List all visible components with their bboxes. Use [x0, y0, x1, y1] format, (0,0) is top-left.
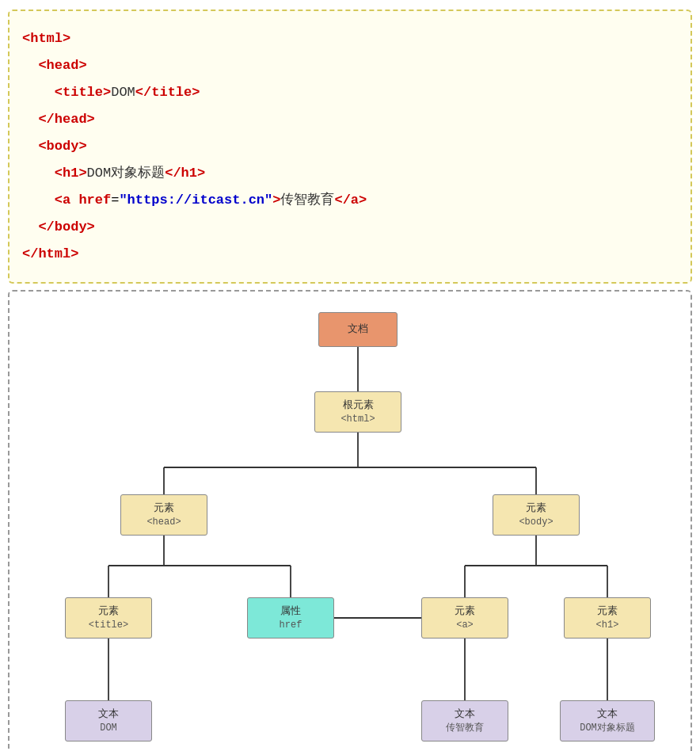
node-title: 元素 <title>	[65, 597, 152, 639]
node-body: 元素 <body>	[493, 494, 580, 536]
title-label: 元素	[98, 604, 119, 619]
href-sub: href	[280, 619, 302, 632]
code-line-3: <title>DOM</title>	[22, 79, 671, 106]
tree-lines	[17, 304, 698, 751]
h1-sub: <h1>	[596, 619, 619, 632]
node-text-domtitle: 文本 DOM对象标题	[560, 700, 655, 741]
node-text-chuanzhi: 文本 传智教育	[421, 700, 508, 741]
html-label: 根元素	[343, 398, 374, 413]
doc-label: 文档	[348, 322, 368, 337]
text-dom-sub: DOM	[100, 722, 117, 735]
a-label: 元素	[455, 604, 475, 619]
text-domtitle-label: 文本	[597, 707, 618, 722]
html-sub: <html>	[340, 413, 375, 426]
code-line-9: </html>	[22, 241, 671, 268]
code-line-2: <head>	[22, 52, 671, 79]
head-sub: <head>	[146, 516, 181, 529]
text-chuanzhi-label: 文本	[455, 707, 475, 722]
text-dom-label: 文本	[98, 707, 119, 722]
text-chuanzhi-sub: 传智教育	[446, 722, 484, 735]
code-line-6: <h1>DOM对象标题</h1>	[22, 160, 671, 187]
head-label: 元素	[154, 501, 174, 516]
code-line-7: <a href="https://itcast.cn">传智教育</a>	[22, 187, 671, 214]
text-domtitle-sub: DOM对象标题	[580, 722, 635, 735]
node-document: 文档	[318, 312, 398, 347]
code-line-5: <body>	[22, 133, 671, 160]
code-line-1: <html>	[22, 25, 671, 52]
href-label: 属性	[280, 604, 301, 619]
code-line-4: </head>	[22, 106, 671, 133]
h1-label: 元素	[597, 604, 618, 619]
node-html: 根元素 <html>	[314, 391, 401, 433]
a-sub: <a>	[456, 619, 474, 632]
node-h1: 元素 <h1>	[564, 597, 651, 639]
body-sub: <body>	[519, 516, 553, 529]
tree-container: 文档 根元素 <html> 元素 <head> 元素 <body> 元素 <ti…	[17, 304, 698, 751]
tree-panel: 文档 根元素 <html> 元素 <head> 元素 <body> 元素 <ti…	[8, 290, 692, 751]
code-line-8: </body>	[22, 214, 671, 241]
title-sub: <title>	[89, 619, 128, 632]
code-panel: <html> <head> <title>DOM</title> </head>…	[8, 10, 692, 284]
node-href: 属性 href	[247, 597, 334, 639]
body-label: 元素	[526, 501, 546, 516]
node-a: 元素 <a>	[421, 597, 508, 639]
node-head: 元素 <head>	[120, 494, 207, 536]
node-text-dom: 文本 DOM	[65, 700, 152, 741]
